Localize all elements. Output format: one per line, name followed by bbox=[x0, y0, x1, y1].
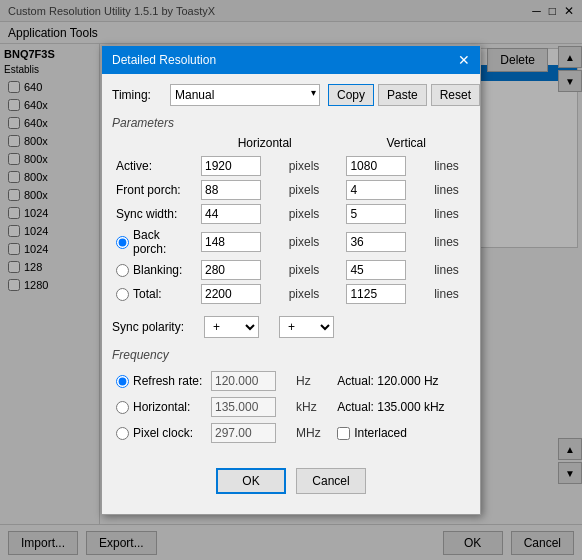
v-sync-group: + - bbox=[279, 316, 334, 338]
table-row: Front porch: pixels lines bbox=[112, 178, 470, 202]
v-backporch-input[interactable] bbox=[346, 232, 406, 252]
interlaced-checkbox[interactable] bbox=[337, 427, 350, 440]
detailed-resolution-modal: Detailed Resolution ✕ Timing: Manual CVT… bbox=[101, 45, 481, 515]
horizontal-radio[interactable] bbox=[116, 401, 129, 414]
h-backporch-input[interactable] bbox=[201, 232, 261, 252]
horizontal-input[interactable] bbox=[211, 397, 276, 417]
pixel-clock-unit: MHz bbox=[293, 420, 329, 446]
params-table: Horizontal Vertical Active: pixels lines bbox=[112, 136, 470, 306]
row-label-active: Active: bbox=[112, 154, 197, 178]
reset-button[interactable]: Reset bbox=[431, 84, 480, 106]
copy-button[interactable]: Copy bbox=[328, 84, 374, 106]
v-syncwidth-input[interactable] bbox=[346, 204, 406, 224]
row-label-back-porch: Back porch: bbox=[112, 226, 197, 258]
table-row: Active: pixels lines bbox=[112, 154, 470, 178]
timing-row: Timing: Manual CVT CVT-RB GTF Copy Paste… bbox=[112, 84, 470, 106]
v-sync-select[interactable]: + - bbox=[279, 316, 334, 338]
row-label-blanking: Blanking: bbox=[112, 258, 197, 282]
pixel-clock-radio[interactable] bbox=[116, 427, 129, 440]
timing-select[interactable]: Manual CVT CVT-RB GTF bbox=[170, 84, 320, 106]
timing-select-wrapper: Manual CVT CVT-RB GTF bbox=[170, 84, 320, 106]
v-active-unit: lines bbox=[432, 154, 470, 178]
sync-polarity-label: Sync polarity: bbox=[112, 320, 184, 334]
refresh-rate-radio-label: Refresh rate: bbox=[116, 374, 203, 388]
table-row: Horizontal: kHz Actual: 135.000 kHz bbox=[112, 394, 470, 420]
h-frontporch-input[interactable] bbox=[201, 180, 261, 200]
table-row: Back porch: pixels lines bbox=[112, 226, 470, 258]
back-porch-radio[interactable] bbox=[116, 236, 129, 249]
table-row: Blanking: pixels lines bbox=[112, 258, 470, 282]
modal-cancel-button[interactable]: Cancel bbox=[296, 468, 366, 494]
horizontal-actual: Actual: 135.000 kHz bbox=[329, 394, 470, 420]
refresh-actual: Actual: 120.000 Hz bbox=[329, 368, 470, 394]
timing-label: Timing: bbox=[112, 88, 162, 102]
vertical-header: Vertical bbox=[342, 136, 470, 154]
pixel-clock-radio-label: Pixel clock: bbox=[116, 426, 203, 440]
table-row: Total: pixels lines bbox=[112, 282, 470, 306]
h-total-input[interactable] bbox=[201, 284, 261, 304]
blanking-radio[interactable] bbox=[116, 264, 129, 277]
modal-title: Detailed Resolution bbox=[112, 53, 216, 67]
table-row: Pixel clock: MHz Interlaced bbox=[112, 420, 470, 446]
h-blanking-input[interactable] bbox=[201, 260, 261, 280]
horizontal-header: Horizontal bbox=[197, 136, 332, 154]
modal-overlay: Detailed Resolution ✕ Timing: Manual CVT… bbox=[0, 0, 582, 560]
modal-footer: OK Cancel bbox=[112, 460, 470, 504]
v-blanking-input[interactable] bbox=[346, 260, 406, 280]
v-total-input[interactable] bbox=[346, 284, 406, 304]
params-section-label: Parameters bbox=[112, 116, 470, 130]
frequency-section-label: Frequency bbox=[112, 348, 470, 362]
v-frontporch-input[interactable] bbox=[346, 180, 406, 200]
empty-header bbox=[112, 136, 197, 154]
refresh-rate-radio[interactable] bbox=[116, 375, 129, 388]
table-row: Refresh rate: Hz Actual: 120.000 Hz bbox=[112, 368, 470, 394]
h-active-input[interactable] bbox=[201, 156, 261, 176]
modal-ok-button[interactable]: OK bbox=[216, 468, 286, 494]
refresh-rate-input[interactable] bbox=[211, 371, 276, 391]
modal-body: Timing: Manual CVT CVT-RB GTF Copy Paste… bbox=[102, 74, 480, 514]
h-active-unit: pixels bbox=[287, 154, 333, 178]
pixel-clock-input[interactable] bbox=[211, 423, 276, 443]
h-sync-select[interactable]: + - bbox=[204, 316, 259, 338]
timing-buttons: Copy Paste Reset bbox=[328, 84, 480, 106]
v-active-input[interactable] bbox=[346, 156, 406, 176]
row-label-total: Total: bbox=[112, 282, 197, 306]
frequency-table: Refresh rate: Hz Actual: 120.000 Hz Hori… bbox=[112, 368, 470, 446]
modal-close-button[interactable]: ✕ bbox=[458, 52, 470, 68]
row-label-sync-width: Sync width: bbox=[112, 202, 197, 226]
row-label-front-porch: Front porch: bbox=[112, 178, 197, 202]
sync-polarity-row: Sync polarity: + - + - bbox=[112, 316, 470, 338]
refresh-unit: Hz bbox=[293, 368, 329, 394]
paste-button[interactable]: Paste bbox=[378, 84, 427, 106]
table-row: Sync width: pixels lines bbox=[112, 202, 470, 226]
modal-titlebar: Detailed Resolution ✕ bbox=[102, 46, 480, 74]
total-radio[interactable] bbox=[116, 288, 129, 301]
h-syncwidth-input[interactable] bbox=[201, 204, 261, 224]
horizontal-radio-label: Horizontal: bbox=[116, 400, 203, 414]
interlaced-label: Interlaced bbox=[337, 426, 466, 440]
horizontal-unit: kHz bbox=[293, 394, 329, 420]
h-sync-group: + - bbox=[204, 316, 259, 338]
